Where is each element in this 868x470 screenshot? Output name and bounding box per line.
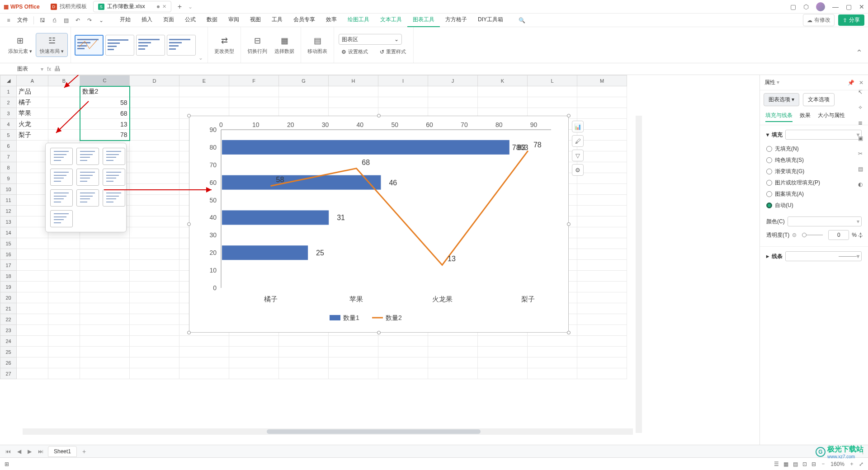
row-head[interactable]: 18 (0, 271, 17, 282)
cell[interactable] (17, 151, 48, 162)
reset-style-button[interactable]: ↺重置样式 (377, 47, 409, 56)
cell[interactable] (329, 347, 378, 357)
cell[interactable] (428, 368, 478, 379)
cell[interactable] (80, 368, 130, 379)
cell[interactable] (577, 151, 627, 162)
cell[interactable] (577, 216, 627, 227)
minimize-icon[interactable]: — (832, 3, 839, 10)
chart-area-select[interactable]: 图表区⌄ (339, 34, 402, 45)
zoom-out-icon[interactable]: － (821, 460, 826, 468)
cell[interactable] (329, 97, 378, 108)
row-head[interactable]: 4 (0, 119, 17, 130)
cell[interactable] (577, 336, 627, 347)
rail-layers-icon[interactable]: ≣ (856, 118, 865, 127)
cell[interactable] (80, 303, 130, 314)
row-head[interactable]: 3 (0, 108, 17, 119)
cell[interactable] (130, 195, 179, 206)
cell[interactable]: 火龙 (17, 119, 48, 130)
cell[interactable] (179, 86, 229, 97)
tab-workbook[interactable]: S 工作簿数量.xlsx ✕ (93, 1, 171, 12)
cell[interactable] (279, 336, 329, 347)
menu-hamburger-icon[interactable]: ≡ (4, 15, 14, 25)
collapse-ribbon-icon[interactable]: ⌃ (856, 48, 863, 58)
cell[interactable] (577, 86, 627, 97)
resize-handle[interactable] (187, 331, 191, 334)
cell[interactable] (577, 206, 627, 216)
set-format-button[interactable]: ⚙设置格式 (339, 47, 371, 56)
cell[interactable] (378, 347, 428, 357)
col-K[interactable]: K (478, 75, 528, 86)
sheet-prev-icon[interactable]: ◀ (15, 448, 23, 455)
cell[interactable] (130, 249, 179, 260)
cell[interactable] (80, 260, 130, 271)
cell[interactable] (428, 97, 478, 108)
cell[interactable]: 苹果 (17, 108, 48, 119)
cell[interactable] (48, 271, 80, 282)
switch-rc-button[interactable]: ⊟ 切换行列 (244, 33, 271, 56)
row-head[interactable]: 27 (0, 368, 17, 379)
cube-icon[interactable]: ⬡ (803, 3, 809, 10)
cell[interactable] (48, 336, 80, 347)
cell[interactable] (130, 303, 179, 314)
layout-thumb-1[interactable] (75, 35, 104, 56)
cell[interactable] (48, 238, 80, 249)
row-head[interactable]: 25 (0, 347, 17, 357)
cell[interactable] (428, 347, 478, 357)
window-layout-icon[interactable]: ▢ (790, 3, 796, 10)
menu-tab[interactable]: DIY工具箱 (472, 13, 509, 27)
rail-assets-icon[interactable]: ▣ (856, 134, 865, 143)
cell[interactable] (80, 336, 130, 347)
menu-tab[interactable]: 文本工具 (375, 13, 407, 27)
name-box[interactable]: 图表 (5, 65, 41, 73)
cell[interactable] (80, 314, 130, 325)
cell[interactable] (48, 347, 80, 357)
file-menu[interactable]: 文件 (15, 15, 30, 25)
cell[interactable] (48, 303, 80, 314)
cell[interactable] (577, 260, 627, 271)
cell[interactable] (130, 162, 179, 173)
layout-thumb-4[interactable] (167, 35, 196, 56)
cell[interactable] (478, 86, 528, 97)
quick-layout-option[interactable] (50, 189, 73, 207)
cell[interactable] (80, 357, 130, 368)
cell[interactable] (478, 368, 528, 379)
row-head[interactable]: 14 (0, 227, 17, 238)
section-line[interactable]: ▸线条 ▾ (766, 251, 862, 261)
cell[interactable] (17, 314, 48, 325)
cell[interactable] (80, 249, 130, 260)
cell[interactable] (17, 336, 48, 347)
row-head[interactable]: 22 (0, 314, 17, 325)
subtab-effects[interactable]: 效果 (800, 112, 811, 122)
cell[interactable] (130, 347, 179, 357)
redo-icon[interactable]: ↷ (85, 15, 94, 25)
cell[interactable] (179, 347, 229, 357)
view-icon-2[interactable]: ▦ (783, 461, 788, 467)
cell[interactable] (577, 347, 627, 357)
menu-tab[interactable]: 视图 (245, 13, 266, 27)
cell[interactable] (130, 271, 179, 282)
menu-tab[interactable]: 审阅 (223, 13, 245, 27)
resize-handle[interactable] (377, 114, 381, 118)
cell[interactable] (130, 292, 179, 303)
resize-handle[interactable] (377, 331, 381, 334)
cell[interactable] (17, 282, 48, 292)
resize-handle[interactable] (567, 331, 571, 334)
cell[interactable] (577, 357, 627, 368)
view-icon-3[interactable]: ▤ (793, 461, 798, 467)
cell[interactable] (17, 271, 48, 282)
cell[interactable] (577, 303, 627, 314)
row-head[interactable]: 16 (0, 249, 17, 260)
sheet-tab[interactable]: Sheet1 (48, 446, 77, 457)
vertical-scrollbar[interactable] (636, 116, 642, 433)
zoom-in-icon[interactable]: ＋ (849, 460, 854, 468)
cell[interactable] (478, 336, 528, 347)
cell[interactable] (528, 97, 577, 108)
menu-tab[interactable]: 绘图工具 (342, 13, 375, 27)
cell[interactable] (528, 86, 577, 97)
cell[interactable] (378, 357, 428, 368)
cell[interactable] (130, 119, 179, 130)
cell[interactable] (130, 368, 179, 379)
sheet-next-icon[interactable]: ▶ (26, 448, 33, 455)
cell[interactable] (577, 119, 627, 130)
cell[interactable] (229, 97, 279, 108)
